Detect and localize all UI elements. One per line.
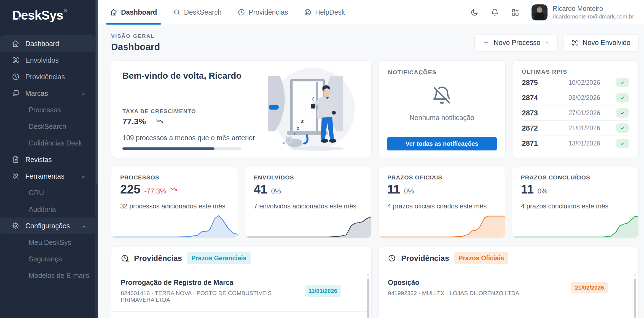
new-involved-button[interactable]: Novo Envolvido xyxy=(563,34,638,51)
check-icon xyxy=(616,139,629,148)
sidebar-item-dashboard[interactable]: Dashboard xyxy=(0,35,95,52)
providencias-list: Prorrogação de Registro de Marca 8246014… xyxy=(111,270,371,318)
home-icon xyxy=(110,9,117,16)
scroll-up-arrow[interactable]: ▲ xyxy=(366,272,370,277)
sidebar-item-ferramentas[interactable]: Ferramentas xyxy=(0,168,95,184)
scroll-up-arrow[interactable]: ▲ xyxy=(633,272,637,277)
providencia-texts: Oposição 941992322 · MULLTX · LOJAS DILO… xyxy=(388,279,519,296)
page-heading: VISÃO GERAL Dashboard xyxy=(111,33,160,52)
clock-alert-icon xyxy=(388,254,396,263)
sidebar-item-processos[interactable]: Processos xyxy=(0,102,95,118)
user-scan-icon xyxy=(12,56,20,64)
sidebar-item-gru[interactable]: GRU xyxy=(0,184,95,201)
user-scan-icon xyxy=(571,39,578,46)
sidebar-item-desksearch[interactable]: DeskSearch xyxy=(0,118,95,135)
stat-subtitle: 7 envolvidos adicionados este mês xyxy=(254,202,363,210)
sidebar-item-label: Colidências Desk xyxy=(29,139,82,147)
list-scrollbar[interactable]: ▲ xyxy=(633,272,637,318)
registered-mark: ® xyxy=(64,8,67,13)
tab-label: Providências xyxy=(249,8,288,16)
sparkline-chart xyxy=(378,213,505,238)
tab-providencias[interactable]: Providências xyxy=(238,0,288,25)
rpi-number: 2872 xyxy=(522,124,555,132)
stat-card-envolvidos: ENVOLVIDOS 41 0% 7 envolvidos adicionado… xyxy=(245,166,372,238)
stat-subtitle: 4 prazos oficiais criados este mês xyxy=(387,202,496,210)
list-scrollbar[interactable]: ▲ xyxy=(366,272,370,318)
rpi-date: 27/01/2026 xyxy=(568,109,600,117)
grid-plus-icon[interactable] xyxy=(511,8,519,17)
tab-helpdesk[interactable]: HelpDesk xyxy=(304,0,345,25)
rpis-card: ÚLTIMAS RPIS 2875 10/02/2026 2874 03/02/… xyxy=(512,60,638,158)
sidebar-item-auditoria[interactable]: Auditoria xyxy=(0,201,95,218)
sidebar-item-label: Segurança xyxy=(29,255,62,263)
check-icon xyxy=(616,93,629,102)
sidebar-item-label: Revistas xyxy=(25,156,52,164)
sidebar-item-label: Providências xyxy=(25,73,65,81)
user-info: Ricardo Monteiro ricardomonteiro@dmark.c… xyxy=(552,5,634,20)
user-email: ricardomonteiro@dmark.com.br xyxy=(552,13,634,20)
sidebar-scrollbar[interactable] xyxy=(95,0,98,318)
rpi-number: 2874 xyxy=(522,94,555,102)
sidebar-item-colidencias-desk[interactable]: Colidências Desk xyxy=(0,135,95,151)
sidebar-item-revistas[interactable]: Revistas xyxy=(0,151,95,168)
providencia-item[interactable]: Prorrogação de Registro de Marca 8246014… xyxy=(111,270,371,312)
stat-label: PRAZOS CONCLUÍDOS xyxy=(521,174,630,181)
desksys-app: DeskSys® Dashboard Envolvidos Providênci… xyxy=(0,0,644,318)
rpi-row[interactable]: 2871 13/01/2026 xyxy=(522,136,629,151)
home-icon xyxy=(12,40,20,47)
tab-dashboard[interactable]: Dashboard xyxy=(110,0,157,25)
sidebar-item-marcas[interactable]: Marcas xyxy=(0,85,95,102)
view-all-notifications-button[interactable]: Ver todas as notificações xyxy=(387,137,497,150)
new-process-button[interactable]: Novo Processo xyxy=(474,34,558,51)
stat-line: 11 0% xyxy=(387,182,496,196)
sidebar-item-providencias[interactable]: Providências xyxy=(0,68,95,85)
row-overview: Bem-vindo de volta, Ricardo TAXA DE CRES… xyxy=(111,60,638,158)
sidebar-scrollbar-thumb[interactable] xyxy=(96,0,98,184)
providencias-title: Providências xyxy=(134,254,182,263)
providencias-gerenciais-card: Providências Prazos Gerenciais Prorrogaç… xyxy=(111,246,372,318)
user-menu[interactable]: Ricardo Monteiro ricardomonteiro@dmark.c… xyxy=(532,4,634,20)
sidebar: DeskSys® Dashboard Envolvidos Providênci… xyxy=(0,0,98,318)
providencia-date-badge: 11/01/2026 xyxy=(305,285,341,297)
chevron-down-icon xyxy=(544,40,550,45)
providencia-item[interactable]: Oposição 941992322 · MULLTX · LOJAS DILO… xyxy=(379,270,638,305)
moon-icon[interactable] xyxy=(470,8,479,17)
rpi-row[interactable]: 2875 10/02/2026 xyxy=(522,75,629,90)
sidebar-item-modelos-emails[interactable]: Modelos de E-mails xyxy=(0,267,95,284)
notifications-title: NOTIFICAÇÕES xyxy=(379,61,505,76)
sidebar-item-seguranca[interactable]: Segurança xyxy=(0,251,95,267)
notifications-empty-text: Nenhuma notificação xyxy=(410,114,474,122)
page-eyebrow: VISÃO GERAL xyxy=(111,33,160,39)
sidebar-item-label: Processos xyxy=(29,106,61,114)
stat-delta: 0% xyxy=(538,187,548,195)
providencia-date-badge: 21/02/2026 xyxy=(571,282,608,293)
tab-desksearch[interactable]: DeskSearch xyxy=(173,0,222,25)
sidebar-item-configuracoes[interactable]: Configurações xyxy=(0,218,95,234)
scrollbar-thumb[interactable] xyxy=(367,279,369,318)
sparkline-chart xyxy=(245,213,372,238)
sleep-z: z xyxy=(294,132,296,136)
rpi-date: 10/02/2026 xyxy=(568,79,600,86)
sidebar-nav: Dashboard Envolvidos Providências Marcas… xyxy=(0,35,95,284)
rpi-row[interactable]: 2873 27/01/2026 xyxy=(522,105,629,121)
sidebar-item-label: Envolvidos xyxy=(25,56,59,64)
check-icon xyxy=(616,108,629,118)
rpi-number: 2873 xyxy=(522,109,555,117)
rpi-row[interactable]: 2874 03/02/2026 xyxy=(522,90,629,105)
sidebar-item-envolvidos[interactable]: Envolvidos xyxy=(0,52,95,68)
bell-icon[interactable] xyxy=(491,8,499,17)
rpis-title: ÚLTIMAS RPIS xyxy=(522,68,629,75)
providencia-name: Oposição xyxy=(388,279,519,287)
sleep-z: z xyxy=(301,118,304,124)
plus-icon xyxy=(482,39,490,46)
rpi-row[interactable]: 2872 21/01/2026 xyxy=(522,121,629,136)
providencias-header: Providências Prazos Gerenciais xyxy=(111,247,371,270)
logo: DeskSys® xyxy=(0,0,80,23)
scrollbar-thumb[interactable] xyxy=(634,279,636,318)
providencia-texts: Prorrogação de Registro de Marca 8246014… xyxy=(121,279,305,303)
stat-delta: 0% xyxy=(404,187,414,195)
logo-text: DeskSys® xyxy=(12,8,66,23)
sidebar-item-meu-desksys[interactable]: Meu DeskSys xyxy=(0,234,95,251)
stat-card-processos: PROCESSOS 225 -77.3% 32 processos adicio… xyxy=(111,166,238,238)
sleep-z: z xyxy=(297,126,299,131)
